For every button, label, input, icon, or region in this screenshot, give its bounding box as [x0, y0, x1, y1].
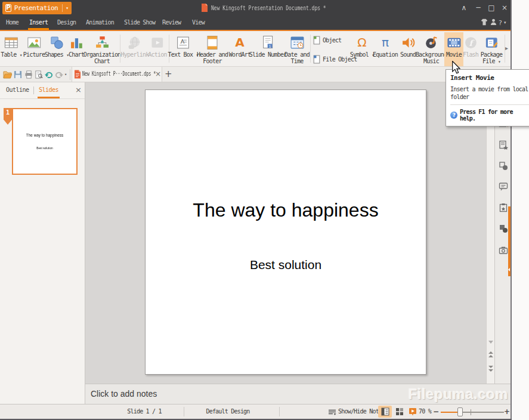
thumbnail-title: The way to happiness	[24, 133, 65, 137]
tab-view[interactable]: View	[191, 16, 206, 30]
minimize-button[interactable]: ─	[472, 3, 484, 13]
wordart-icon: A	[235, 33, 244, 51]
tooltip-divider	[450, 104, 529, 105]
undo-button[interactable]	[44, 69, 54, 80]
help-dropdown-icon[interactable]: ▾	[504, 18, 506, 27]
package-file-icon	[484, 33, 499, 51]
design-name[interactable]: Default Design	[197, 408, 259, 415]
organization-chart-button[interactable]: Organization Chart	[81, 32, 123, 66]
panel-tab-slides[interactable]: Slides	[38, 82, 60, 98]
selection-pane-icon[interactable]	[499, 224, 508, 233]
hyperlink-icon	[128, 33, 143, 51]
zoom-slider-fill	[441, 412, 459, 413]
slide-editor[interactable]: The way to happiness Best solution	[145, 89, 426, 375]
save-icon	[14, 70, 22, 79]
presentation-menu-button[interactable]: P Presentation ▾	[2, 2, 72, 14]
maximize-button[interactable]: □	[485, 3, 497, 13]
canvas-scrollbar[interactable]	[486, 82, 494, 384]
table-button[interactable]: Table ▾	[0, 32, 24, 66]
window-title: New Kingsoft Presentation Document.dps *	[201, 4, 355, 12]
document-tab-close-icon[interactable]: ×	[155, 69, 161, 79]
show-hide-note-icon[interactable]	[328, 409, 336, 418]
panel-tab-outline[interactable]: Outline	[5, 82, 30, 98]
menu-tab-bar: Home Insert Design Animation Slide Show …	[0, 16, 512, 30]
tab-design[interactable]: Design	[56, 16, 77, 30]
task-pane-sidebar: !	[494, 82, 511, 404]
shape-style-icon[interactable]	[499, 161, 508, 171]
zoom-out-button[interactable]: −	[433, 407, 438, 416]
normal-view-icon	[381, 407, 389, 416]
document-tab-icon	[74, 70, 81, 81]
slide-title[interactable]: The way to happiness	[146, 199, 426, 221]
slide-show-button[interactable]	[406, 406, 419, 418]
file-object-icon	[313, 55, 320, 64]
panel-tabs: Outline Slides ×	[0, 82, 85, 99]
status-divider	[279, 407, 280, 416]
normal-view-button[interactable]	[378, 406, 392, 418]
tab-slide-show[interactable]: Slide Show	[123, 16, 156, 30]
slide-sorter-view-button[interactable]	[392, 406, 406, 418]
date-time-button[interactable]: Date and Time	[281, 32, 313, 66]
document-tab[interactable]: New Kingsoft P···Document.dps * ×	[72, 67, 162, 82]
print-button[interactable]	[23, 69, 34, 80]
ribbon-separator	[310, 35, 311, 63]
save-button[interactable]	[13, 69, 23, 80]
account-icon[interactable]	[490, 18, 497, 28]
tab-insert[interactable]: Insert	[28, 16, 49, 30]
chevron-down-icon: ▾	[62, 4, 69, 12]
slide-indicator: Slide 1 / 1	[118, 408, 171, 415]
resource-search-icon[interactable]	[499, 246, 508, 255]
ribbon-overflow-icon[interactable]: ▸	[505, 45, 508, 51]
next-slide-button[interactable]	[488, 363, 494, 370]
slide-show-icon	[409, 407, 417, 416]
package-file-button[interactable]: Package File ▾	[479, 32, 505, 66]
clipboard-pane-icon[interactable]	[499, 203, 508, 212]
document-tab-bar: ▾ New Kingsoft P···Document.dps * × +	[0, 67, 512, 82]
skin-icon[interactable]	[481, 18, 488, 28]
slide-number-tag: 1	[4, 108, 12, 125]
movie-icon	[446, 33, 461, 51]
previous-slide-button[interactable]	[488, 350, 494, 357]
svg-text:1: 1	[269, 44, 271, 48]
notes-area[interactable]: Click to add notes Filepuma.com	[85, 384, 511, 404]
equation-icon: π	[382, 33, 389, 51]
action-button: Action	[146, 32, 168, 66]
symbol-icon: Ω	[357, 33, 366, 51]
title-bar: P Presentation ▾ New Kingsoft Presentati…	[0, 0, 512, 16]
design-recommend-icon[interactable]	[499, 140, 508, 150]
tab-review[interactable]: Review	[161, 16, 182, 30]
panel-close-icon[interactable]: ×	[75, 85, 82, 95]
collapse-ribbon-button[interactable]: ∧	[458, 3, 470, 13]
zoom-in-button[interactable]: +	[504, 407, 509, 416]
zoom-slider-handle[interactable]	[457, 407, 463, 416]
app-logo-icon: P	[5, 4, 11, 12]
open-button[interactable]	[2, 69, 13, 80]
shapes-icon	[50, 33, 64, 51]
app-button-label: Presentation	[14, 4, 58, 12]
show-hide-note-label[interactable]: Show/Hide Note	[338, 408, 382, 415]
date-time-icon	[290, 33, 305, 51]
print-preview-button[interactable]	[33, 69, 44, 80]
header-footer-button[interactable]: Header and Footer	[194, 32, 230, 66]
object-button[interactable]: Object	[313, 36, 341, 45]
slide-canvas[interactable]: The way to happiness Best solution	[85, 82, 486, 384]
org-chart-icon	[95, 33, 110, 51]
slide-subtitle[interactable]: Best solution	[146, 258, 426, 272]
notes-placeholder[interactable]: Click to add notes	[91, 389, 157, 399]
close-button[interactable]: ×	[499, 3, 511, 13]
scroll-down-icon[interactable]	[488, 335, 494, 342]
object-icon	[313, 36, 320, 45]
tooltip-help: ? Press F1 for more help.	[450, 109, 529, 122]
printer-icon	[24, 70, 33, 79]
new-tab-button[interactable]: +	[165, 67, 172, 81]
text-box-icon: A	[176, 33, 191, 51]
help-icon[interactable]: ?	[499, 18, 502, 27]
comment-pane-icon[interactable]	[499, 182, 508, 192]
slide-thumbnail[interactable]: The way to happiness Best solution	[12, 108, 78, 175]
equation-button[interactable]: π Equation	[371, 32, 400, 66]
slides-panel: Outline Slides × 1 The way to happiness …	[0, 82, 85, 404]
table-icon	[4, 33, 19, 51]
tab-animation[interactable]: Animation	[85, 16, 115, 30]
qat-dropdown-icon[interactable]: ▾	[63, 69, 69, 80]
tab-home[interactable]: Home	[5, 16, 20, 30]
